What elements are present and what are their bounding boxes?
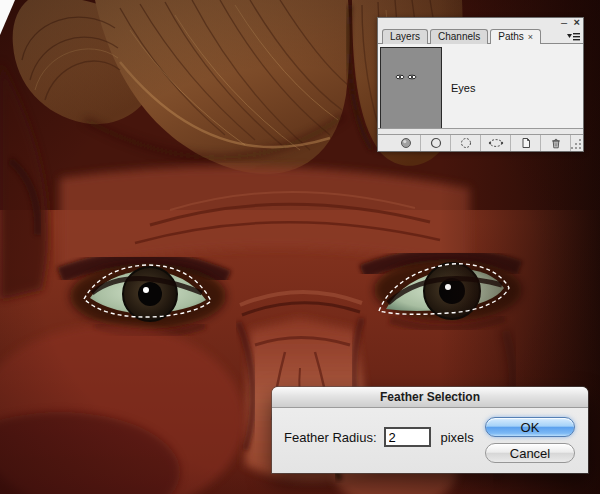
cancel-button[interactable]: Cancel <box>485 443 575 463</box>
tab-channels-label: Channels <box>438 31 480 42</box>
tab-close-icon[interactable]: × <box>528 32 533 42</box>
path-item-label: Eyes <box>451 82 475 94</box>
make-work-path-icon[interactable] <box>481 135 511 151</box>
resize-grip[interactable] <box>571 135 583 151</box>
path-item-eyes[interactable]: Eyes <box>378 44 583 129</box>
ok-button[interactable]: OK <box>485 417 575 437</box>
load-path-as-selection-icon[interactable] <box>451 135 481 151</box>
tab-channels[interactable]: Channels <box>430 29 488 44</box>
delete-path-icon[interactable] <box>541 135 571 151</box>
palette-titlebar[interactable]: – × <box>378 18 583 28</box>
feather-radius-input[interactable] <box>384 427 431 447</box>
feather-radius-label: Feather Radius: <box>284 430 377 445</box>
photoshop-canvas[interactable]: – × Layers Channels Paths× <box>0 0 600 494</box>
feather-radius-unit: pixels <box>441 430 474 445</box>
tab-layers[interactable]: Layers <box>382 29 428 44</box>
dialog-titlebar[interactable]: Feather Selection <box>272 387 588 408</box>
palette-menu-icon[interactable] <box>566 32 581 41</box>
minimize-icon[interactable]: – <box>561 17 567 28</box>
paths-list: Eyes <box>378 44 583 129</box>
close-icon[interactable]: × <box>574 17 580 28</box>
feather-radius-row: Feather Radius: pixels <box>284 427 474 447</box>
tab-paths-label: Paths <box>498 31 524 42</box>
feather-selection-dialog: Feather Selection Feather Radius: pixels… <box>272 387 588 473</box>
palette-tabs: Layers Channels Paths× <box>378 28 583 44</box>
tab-paths[interactable]: Paths× <box>490 29 541 44</box>
tab-layers-label: Layers <box>390 31 420 42</box>
new-path-icon[interactable] <box>511 135 541 151</box>
fill-path-icon[interactable] <box>391 135 421 151</box>
paths-palette: – × Layers Channels Paths× <box>377 17 584 152</box>
path-thumbnail[interactable] <box>380 47 442 129</box>
palette-toolbar <box>378 134 583 151</box>
stroke-path-icon[interactable] <box>421 135 451 151</box>
